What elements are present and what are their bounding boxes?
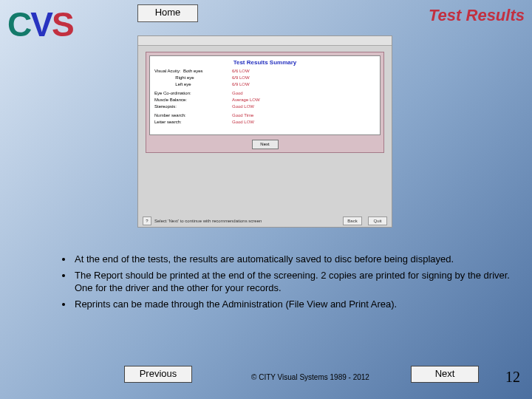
page-number: 12 (505, 369, 520, 386)
logo: CVS (7, 4, 73, 44)
previous-button[interactable]: Previous (124, 366, 192, 383)
logo-c: C (7, 5, 30, 44)
row-label: Muscle Balance: (154, 97, 232, 103)
row-label: Stereopsis: (154, 103, 232, 110)
home-button[interactable]: Home (137, 4, 198, 22)
next-button[interactable]: Next (411, 366, 479, 383)
screenshot-hint: Select 'Next' to continue with recommend… (154, 219, 337, 223)
row-value: Good LOW (232, 103, 254, 110)
list-item: The Report should be printed at the end … (73, 269, 510, 295)
screenshot-next-button: Next (252, 140, 279, 149)
bullet-list: At the end of the tests, the results are… (63, 253, 510, 313)
screenshot-heading: Test Results Summary (154, 59, 375, 66)
screenshot-back-button: Back (343, 216, 362, 225)
row-value: Good LOW (232, 119, 254, 126)
row-value: 6/6 LOW 6/9 LOW 6/9 LOW (232, 68, 250, 88)
screenshot-footer: ? Select 'Next' to continue with recomme… (143, 216, 387, 225)
slide: CVS Home Test Results Test Results Summa… (0, 0, 532, 399)
row-value: Good (232, 90, 243, 97)
row-label: Visual Acuity: Both eyes Right eye Left … (154, 68, 232, 88)
logo-v: V (30, 5, 52, 44)
list-item: At the end of the tests, the results are… (73, 253, 510, 266)
screenshot-titlebar (138, 36, 392, 46)
screenshot-quit-button: Quit (368, 216, 387, 225)
results-screenshot: Test Results Summary Visual Acuity: Both… (137, 35, 392, 228)
row-value: Average LOW (232, 97, 260, 103)
page-title: Test Results (429, 6, 525, 25)
copyright: © CITY Visual Systems 1989 - 2012 (229, 373, 392, 381)
row-label: Letter search: (154, 119, 232, 126)
row-label: Eye Co-ordination: (154, 90, 232, 97)
row-label: Number search: (154, 112, 232, 119)
logo-s: S (52, 5, 73, 44)
help-icon: ? (143, 216, 151, 225)
row-value: Good Time (232, 112, 253, 119)
list-item: Reprints can be made through the Adminis… (73, 298, 510, 311)
